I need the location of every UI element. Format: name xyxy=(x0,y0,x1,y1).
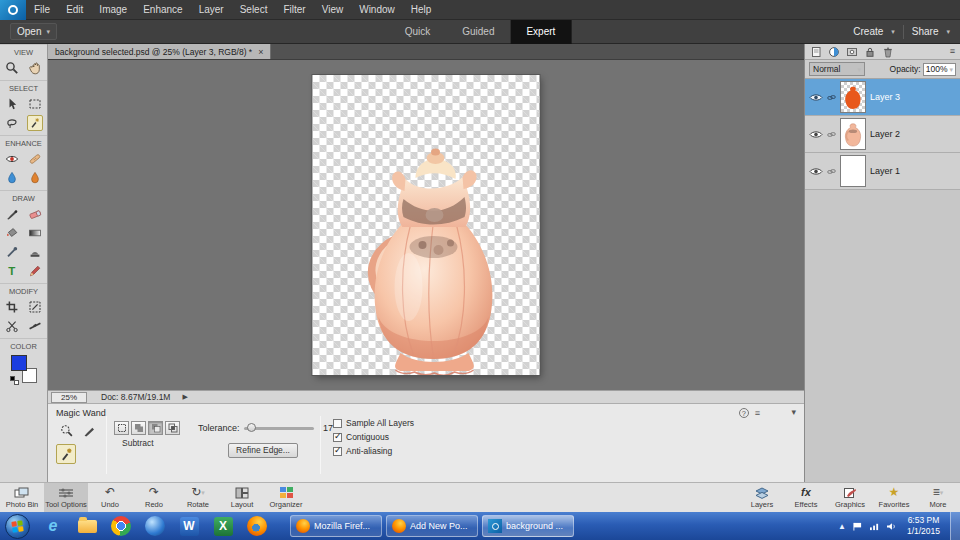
checkbox-contiguous[interactable]: ✓ Contiguous xyxy=(333,432,389,442)
intersect-selection-button[interactable] xyxy=(165,421,180,435)
menu-filter[interactable]: Filter xyxy=(275,0,313,20)
red-eye-tool-icon[interactable] xyxy=(4,151,20,167)
folder-icon[interactable] xyxy=(70,520,104,533)
visibility-eye-icon[interactable] xyxy=(809,167,823,176)
checkbox-icon[interactable]: ✓ xyxy=(333,447,342,456)
photo-bin-button[interactable]: Photo Bin xyxy=(0,483,44,512)
excel-icon[interactable]: X xyxy=(206,517,240,536)
show-desktop-button[interactable] xyxy=(950,512,960,540)
adjustment-layer-icon[interactable] xyxy=(828,46,840,58)
checkbox-icon[interactable]: ✓ xyxy=(333,433,342,442)
subtract-selection-button[interactable] xyxy=(148,421,163,435)
blur-tool-icon[interactable] xyxy=(27,170,43,186)
checkbox-sample-all-layers[interactable]: Sample All Layers xyxy=(333,418,414,428)
zoom-level[interactable]: 25% xyxy=(51,392,87,403)
pencil-tool-icon[interactable] xyxy=(27,263,43,279)
recompose-tool-icon[interactable] xyxy=(27,299,43,315)
undo-button[interactable]: ↶ Undo xyxy=(88,483,132,512)
layer-thumbnail[interactable] xyxy=(840,155,866,187)
link-icon[interactable] xyxy=(827,167,836,176)
document-tab[interactable]: background selected.psd @ 25% (Layer 3, … xyxy=(48,44,271,59)
tab-guided[interactable]: Guided xyxy=(446,20,510,44)
link-icon[interactable] xyxy=(827,93,836,102)
layer-row-layer3[interactable]: Layer 3 xyxy=(805,79,960,116)
new-layer-icon[interactable] xyxy=(810,46,822,58)
move-tool-icon[interactable] xyxy=(4,96,20,112)
menu-help[interactable]: Help xyxy=(403,0,440,20)
share-button[interactable]: Share xyxy=(912,26,939,37)
taskbar-window-photoshop[interactable]: background ... xyxy=(482,515,574,537)
hand-tool-icon[interactable] xyxy=(27,60,43,76)
menu-image[interactable]: Image xyxy=(91,0,135,20)
opacity-input[interactable]: 100% ▾ xyxy=(923,63,956,76)
magic-wand-tool-icon[interactable] xyxy=(27,115,43,131)
network-icon[interactable] xyxy=(869,522,880,531)
redo-button[interactable]: ↷ Redo xyxy=(132,483,176,512)
firefox-icon[interactable] xyxy=(240,516,274,536)
brush-tool-icon[interactable] xyxy=(4,206,20,222)
foreground-color-swatch[interactable] xyxy=(11,355,27,371)
clone-stamp-tool-icon[interactable] xyxy=(27,244,43,260)
word-icon[interactable]: W xyxy=(172,517,206,536)
internet-explorer-icon[interactable]: e xyxy=(36,517,70,535)
effects-button[interactable]: fx Effects xyxy=(784,483,828,512)
visibility-eye-icon[interactable] xyxy=(809,130,823,139)
default-colors-icon[interactable] xyxy=(10,376,19,385)
canvas[interactable] xyxy=(48,60,804,390)
trash-icon[interactable] xyxy=(882,46,894,58)
crop-tool-icon[interactable] xyxy=(4,299,20,315)
layer-name[interactable]: Layer 2 xyxy=(870,129,900,139)
layers-panel-menu-icon[interactable]: ≡ xyxy=(950,47,955,56)
eraser-tool-icon[interactable] xyxy=(27,206,43,222)
blend-mode-select[interactable]: Normal ▾ xyxy=(809,62,865,76)
layer-row-layer1[interactable]: Layer 1 xyxy=(805,153,960,190)
layer-mask-icon[interactable] xyxy=(846,46,858,58)
layer-name[interactable]: Layer 1 xyxy=(870,166,900,176)
image-transparent-background[interactable] xyxy=(313,75,540,375)
tool-options-button[interactable]: Tool Options xyxy=(44,483,88,512)
magic-wand-button-selected[interactable] xyxy=(56,444,76,464)
more-button[interactable]: ≡▾ More xyxy=(916,483,960,512)
checkbox-anti-aliasing[interactable]: ✓ Anti-aliasing xyxy=(333,446,392,456)
organizer-button[interactable]: Organizer xyxy=(264,483,308,512)
new-selection-button[interactable] xyxy=(114,421,129,435)
volume-icon[interactable] xyxy=(886,522,897,531)
action-center-flag-icon[interactable] xyxy=(852,522,863,531)
menu-layer[interactable]: Layer xyxy=(191,0,232,20)
layer-row-layer2[interactable]: Layer 2 xyxy=(805,116,960,153)
type-tool-icon[interactable]: T xyxy=(4,263,20,279)
link-icon[interactable] xyxy=(827,130,836,139)
graphics-button[interactable]: Graphics xyxy=(828,483,872,512)
add-selection-button[interactable] xyxy=(131,421,146,435)
layer-name[interactable]: Layer 3 xyxy=(870,92,900,102)
lasso-tool-icon[interactable] xyxy=(4,115,20,131)
visibility-eye-icon[interactable] xyxy=(809,93,823,102)
marquee-tool-icon[interactable] xyxy=(27,96,43,112)
menu-edit[interactable]: Edit xyxy=(58,0,91,20)
layout-button[interactable]: Layout xyxy=(220,483,264,512)
refine-edge-button[interactable]: Refine Edge... xyxy=(228,443,298,458)
panel-menu-icon[interactable]: ≡ xyxy=(755,408,760,418)
menu-window[interactable]: Window xyxy=(351,0,403,20)
lock-icon[interactable] xyxy=(864,46,876,58)
create-button[interactable]: Create xyxy=(853,26,883,37)
tolerance-slider[interactable] xyxy=(244,427,314,430)
scissors-tool-icon[interactable] xyxy=(4,318,20,334)
tray-expand-icon[interactable]: ▲ xyxy=(838,522,846,531)
checkbox-icon[interactable] xyxy=(333,419,342,428)
layers-button[interactable]: Layers xyxy=(740,483,784,512)
menu-view[interactable]: View xyxy=(314,0,352,20)
tolerance-slider-thumb[interactable] xyxy=(247,423,256,432)
tab-expert[interactable]: Expert xyxy=(510,20,571,44)
rotate-button[interactable]: ↻▾ Rotate xyxy=(176,483,220,512)
taskbar-clock[interactable]: 6:53 PM 1/1/2015 xyxy=(907,515,940,537)
menu-file[interactable]: File xyxy=(26,0,58,20)
windows-start-button[interactable] xyxy=(5,514,30,539)
paint-bucket-tool-icon[interactable] xyxy=(4,225,20,241)
spot-healing-tool-icon[interactable] xyxy=(27,151,43,167)
layer-thumbnail[interactable] xyxy=(840,81,866,113)
magic-wand-variant-button[interactable] xyxy=(56,420,76,440)
status-arrow-icon[interactable]: ▶ xyxy=(182,393,187,401)
layer-thumbnail[interactable] xyxy=(840,118,866,150)
close-icon[interactable]: × xyxy=(258,47,263,57)
